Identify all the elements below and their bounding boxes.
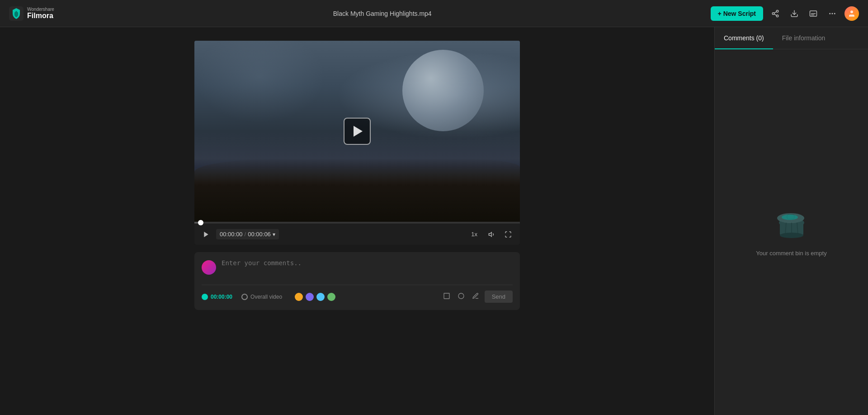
svg-line-5 [774, 11, 776, 13]
subtitles-button[interactable] [807, 7, 820, 20]
volume-button[interactable] [487, 230, 496, 239]
volume-icon [488, 231, 495, 238]
play-icon [203, 231, 210, 238]
top-nav: Wondershare Filmora Black Myth Gaming Hi… [0, 0, 868, 27]
overall-label: Overall video [250, 294, 282, 300]
svg-point-17 [458, 293, 464, 299]
color-picker [295, 293, 335, 301]
color-dot-blue[interactable] [316, 293, 325, 301]
color-dot-orange[interactable] [295, 293, 303, 301]
circle-tool-button[interactable] [456, 291, 467, 302]
video-progress-bar[interactable] [194, 222, 520, 224]
play-pause-button[interactable] [202, 230, 211, 239]
logo-area: Wondershare Filmora [9, 6, 54, 21]
fullscreen-button[interactable] [504, 230, 513, 239]
more-icon [828, 10, 836, 18]
sidebar-tabs: Comments (0) File information [715, 27, 868, 49]
comment-timestamp: 00:00:00 [211, 294, 232, 300]
time-dropdown-button[interactable]: ▾ [273, 231, 275, 238]
svg-point-10 [829, 13, 830, 14]
comment-input[interactable] [222, 259, 513, 277]
svg-line-4 [774, 14, 776, 15]
fullscreen-icon [505, 231, 512, 238]
download-button[interactable] [788, 7, 801, 20]
sidebar-content: Your comment bin is empty [715, 49, 868, 415]
share-button[interactable] [769, 7, 782, 20]
color-dot-purple[interactable] [306, 293, 314, 301]
brand-top: Wondershare [27, 7, 54, 12]
empty-bin-label: Your comment bin is empty [756, 250, 826, 257]
tab-file-information[interactable]: File information [773, 27, 835, 49]
main-content: 00:00:00 / 00:00:06 ▾ 1x [0, 27, 868, 415]
controls-right: 1x [468, 230, 513, 239]
comment-toolbar-left: 00:00:00 Overall video [202, 293, 335, 301]
play-button[interactable] [344, 118, 371, 145]
user-icon [848, 10, 856, 18]
comment-toolbar-right: Send [441, 291, 513, 303]
time-display: 00:00:00 / 00:00:06 ▾ [216, 229, 279, 239]
svg-point-11 [832, 13, 833, 14]
video-progress-thumb [198, 220, 203, 225]
svg-rect-16 [444, 293, 449, 299]
scene-moon [402, 50, 484, 131]
user-avatar[interactable] [844, 6, 859, 21]
logo-text: Wondershare Filmora [27, 7, 54, 20]
rect-tool-button[interactable] [441, 291, 452, 302]
new-script-button[interactable]: + New Script [711, 6, 763, 21]
right-sidebar: Comments (0) File information [714, 27, 868, 415]
overall-indicator: Overall video [241, 294, 282, 300]
pen-tool-button[interactable] [470, 291, 481, 302]
video-area: 00:00:00 / 00:00:06 ▾ 1x [0, 27, 714, 415]
total-time: 00:00:06 [248, 231, 271, 238]
subtitles-icon [809, 10, 817, 18]
color-dot-green[interactable] [327, 293, 335, 301]
circle-icon [458, 292, 465, 300]
tab-comments[interactable]: Comments (0) [715, 27, 773, 49]
comment-input-row [202, 259, 513, 277]
download-icon [790, 10, 798, 18]
more-button[interactable] [826, 7, 839, 20]
controls-left: 00:00:00 / 00:00:06 ▾ [202, 229, 279, 239]
filmora-logo-icon [9, 6, 24, 21]
svg-marker-14 [204, 232, 208, 237]
video-player[interactable] [194, 41, 520, 222]
pen-icon [472, 292, 479, 300]
file-title: Black Myth Gaming Highlights.mp4 [333, 10, 432, 17]
share-icon [771, 10, 779, 18]
overall-circle [241, 294, 248, 300]
svg-point-13 [850, 10, 853, 13]
play-triangle-icon [354, 126, 363, 137]
timestamp-dot [202, 294, 208, 300]
svg-marker-15 [489, 232, 491, 236]
empty-bin-icon [774, 208, 810, 244]
svg-point-12 [834, 13, 835, 14]
current-time: 00:00:00 [220, 231, 243, 238]
brand-name: Filmora [27, 12, 54, 20]
nav-right: + New Script [711, 6, 859, 21]
empty-bin-illustration: Your comment bin is empty [756, 208, 826, 257]
video-controls: 00:00:00 / 00:00:06 ▾ 1x [194, 224, 520, 245]
rect-icon [443, 292, 450, 300]
comment-section: 00:00:00 Overall video [194, 252, 520, 310]
timestamp-indicator: 00:00:00 [202, 294, 232, 300]
comment-toolbar: 00:00:00 Overall video [202, 285, 513, 303]
speed-button[interactable]: 1x [468, 230, 480, 239]
svg-point-23 [782, 215, 798, 220]
send-button[interactable]: Send [485, 291, 513, 303]
video-container: 00:00:00 / 00:00:06 ▾ 1x [194, 41, 520, 245]
comment-user-avatar [202, 260, 216, 275]
